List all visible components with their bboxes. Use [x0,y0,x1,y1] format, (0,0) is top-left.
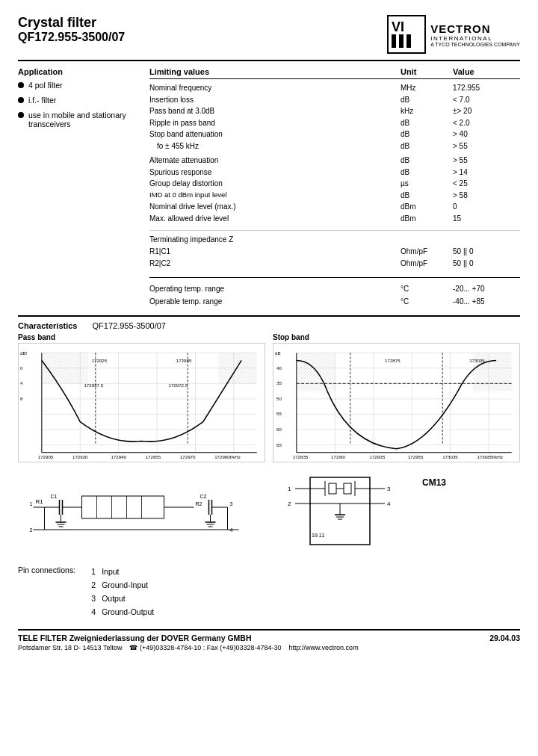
svg-text:f/kHz: f/kHz [230,454,241,459]
svg-text:40: 40 [276,365,282,371]
spec-unit: dBm [401,213,453,225]
svg-rect-2 [392,34,396,48]
impedance-value: 50 || 0 [453,246,520,258]
app-item-3: use in mobile and stationary transceiver… [18,111,137,128]
impedance-heading: Terminating impedance Z [149,234,401,246]
svg-text:1: 1 [288,486,291,492]
spec-value: 0 [453,201,520,213]
svg-text:172955: 172955 [146,454,161,459]
footer-address: Potsdamer Str. 18 D- 14513 Teltow [18,644,122,651]
svg-text:3: 3 [387,486,391,492]
footer-company-line: TELE FILTER Zweigniederlassung der DOVER… [18,633,520,642]
spec-value: < 2.0 [453,117,520,129]
spec-value: < 7.0 [453,94,520,106]
spec-unit: dB [401,167,453,179]
temp-name: Operating temp. range [149,282,401,295]
spec-row-5: fo ± 455 kHz dB > 55 [149,140,520,152]
svg-rect-52 [297,353,335,391]
svg-rect-121 [329,483,336,494]
product-title: Crystal filter QF172.955-3500/07 [18,15,125,44]
footer-address-line: Potsdamer Str. 18 D- 14513 Teltow ☎ (+49… [18,644,520,651]
header-divider [18,60,520,61]
col-name-header: Limiting values [149,67,401,76]
spec-value: > 55 [453,155,520,167]
app-item-1: 4 pol filter [18,81,137,90]
svg-text:172905: 172905 [38,454,54,459]
svg-text:0: 0 [20,365,23,371]
spec-row-2: Pass band at 3.0dB kHz ±> 20 [149,105,520,117]
pin-list: 1 Input 2 Ground-Input 3 Output 4 Ground… [85,566,154,619]
application-heading: Application [18,67,137,76]
spec-rows-group: Nominal frequency MHz 172.955 Insertion … [149,82,520,224]
svg-text:172940: 172940 [111,454,126,459]
spec-condition: fo ± 455 kHz [149,140,401,152]
svg-text:65: 65 [276,442,282,447]
schematic-svg: R1 C1 [18,470,265,560]
spec-row-1: Insertion loss dB < 7.0 [149,94,520,106]
spec-name: Ripple in pass band [149,117,401,129]
pin-row-2: 2 Ground-Input [85,579,154,592]
title-line1: Crystal filter [18,15,125,31]
circuit-model-label: CM13 [422,477,446,488]
app-item-2: i.f.- filter [18,96,137,105]
svg-text:VI: VI [392,19,404,34]
spec-name: Max. allowed drive level [149,213,401,225]
spec-name: Group delay distortion [149,178,401,190]
footer-website: http://www.vectron.com [289,644,359,651]
pin-number: 2 [85,579,96,592]
svg-rect-19 [42,353,88,383]
svg-rect-82 [82,496,164,518]
char-part-number: QF172.955-3500/07 [93,321,166,330]
svg-text:C2: C2 [200,494,207,499]
stopband-svg: 172875 173035 dB 40 35 50 55 60 65 17283… [273,344,519,462]
svg-text:172955: 172955 [408,454,424,459]
temp-unit: °C [401,295,453,308]
specs-section: Limiting values Unit Value Nominal frequ… [149,67,520,308]
svg-rect-20 [218,353,256,383]
spec-name: Stop band attenuation [149,128,401,140]
temp-section: Operating temp. range °C -20... +70 Oper… [149,277,520,308]
passband-chart-container: Pass band [18,333,265,462]
spec-name: Insertion loss [149,94,401,106]
main-content: Application 4 pol filter i.f.- filter us… [18,67,520,308]
pin-connections-section: Pin connections: 1 Input 2 Ground-Input … [18,566,520,619]
spec-unit: dB [401,155,453,167]
svg-text:172875: 172875 [385,358,401,363]
bullet-icon [18,97,24,103]
impedance-name: R2|C2 [149,258,401,270]
char-header: Characteristics QF172.955-3500/07 [18,321,520,330]
spec-value: > 55 [453,140,520,152]
vi-logo-icon: VI [387,15,426,54]
passband-label: Pass band [18,333,265,341]
spec-value: > 14 [453,167,520,179]
svg-text:f/kHz: f/kHz [492,454,503,459]
svg-text:R2: R2 [196,501,202,506]
svg-text:dB: dB [275,350,281,356]
pin-number: 3 [85,592,96,606]
spec-row-4: Stop band attenuation dB > 40 [149,128,520,140]
svg-text:173085: 173085 [477,454,492,459]
temp-row-1: Operable temp. range °C -40... +85 [149,295,520,308]
pin-row-4: 4 Ground-Output [85,606,154,619]
spec-row-8: Group delay distortion µs < 25 [149,178,520,190]
spec-unit: MHz [401,82,453,94]
spec-value: < 25 [453,178,520,190]
svg-text:172835: 172835 [293,454,309,459]
svg-text:4: 4 [230,527,233,533]
svg-text:172990: 172990 [214,454,230,459]
svg-text:35: 35 [276,380,282,385]
footer-phone: ☎ (+49)03328-4784-10 : Fax (+49)03328-47… [129,644,281,651]
svg-text:1: 1 [30,501,33,506]
pin-row-3: 3 Output [85,592,154,606]
pin-name: Input [102,566,119,579]
svg-text:4: 4 [387,501,391,507]
pin-number: 4 [85,606,96,619]
svg-text:172937.5: 172937.5 [84,382,103,388]
spec-row-9: IMD at 0 dBm input level dB > 58 [149,190,520,202]
spec-unit: µs [401,178,453,190]
spec-unit: dB [401,140,453,152]
spec-name: IMD at 0 dBm input level [149,190,401,202]
impedance-heading-row: Terminating impedance Z [149,234,520,246]
svg-text:50: 50 [276,396,282,401]
svg-text:173035: 173035 [442,454,458,459]
